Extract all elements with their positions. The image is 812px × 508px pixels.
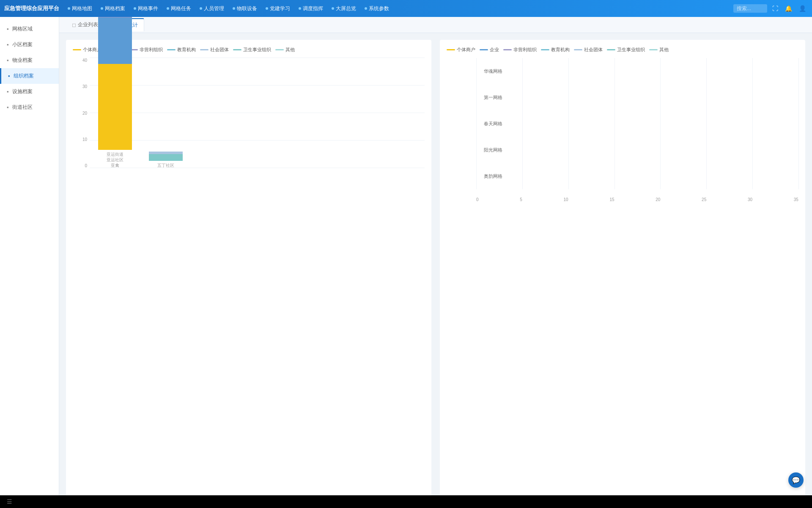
nav-item-8[interactable]: 大屏总览	[327, 0, 360, 17]
vbar-stack-1	[149, 152, 183, 161]
sidebar-item-0[interactable]: ▪网格区域	[0, 21, 59, 37]
hbar-x-label: 30	[748, 197, 752, 202]
vbar-chart: 010203040 亚运街道 亚运社区 亚禽五丁社区	[73, 58, 425, 185]
legend-item: 教育机构	[167, 47, 196, 53]
hbar-legend: 个体商户企业非营利组织教育机构社会团体卫生事业组织其他	[447, 47, 798, 53]
hbar-x-label: 35	[794, 197, 798, 202]
sidebar-label-0: 网格区域	[12, 25, 33, 33]
legend-item: 卫生事业组织	[233, 47, 271, 53]
sidebar-item-5[interactable]: ▪街道社区	[0, 99, 59, 115]
hbar-row-label: 阳光网格	[476, 147, 506, 153]
vbar-y-label: 40	[73, 58, 90, 63]
sidebar-icon-3: ▪	[8, 73, 10, 79]
vbar-y-axis: 010203040	[73, 58, 90, 168]
sidebar-label-4: 设施档案	[12, 88, 33, 95]
hbar-row-label: 奥韵网格	[476, 173, 506, 179]
vbar-group-1: 五丁社区	[149, 152, 183, 168]
main-content: ◻企业列表◈企业统计 个体商户企业非营利组织教育机构社会团体卫生事业组织其他 0…	[59, 17, 812, 508]
tabs-bar: ◻企业列表◈企业统计	[59, 17, 812, 33]
vbar-chart-container: 个体商户企业非营利组织教育机构社会团体卫生事业组织其他 010203040 亚运…	[66, 40, 431, 501]
hbar-x-label: 0	[476, 197, 479, 202]
vbar-x-label: 五丁社区	[157, 163, 174, 168]
fullscreen-icon[interactable]: ⛶	[771, 4, 780, 13]
nav-item-5[interactable]: 物联设备	[228, 0, 261, 17]
vbar-segment	[149, 154, 183, 161]
legend-item: 企业	[480, 47, 499, 53]
charts-area: 个体商户企业非营利组织教育机构社会团体卫生事业组织其他 010203040 亚运…	[59, 33, 812, 508]
search-input[interactable]	[733, 4, 767, 13]
sidebar: ▪网格区域▪小区档案▪物业档案▪组织档案▪设施档案▪街道社区	[0, 17, 59, 508]
sidebar-icon-4: ▪	[7, 88, 9, 95]
vbar-stack-0	[98, 17, 132, 150]
hbar-row-label: 春天网格	[476, 121, 506, 127]
sidebar-icon-0: ▪	[7, 26, 9, 32]
vbar-x-label: 亚运街道 亚运社区 亚禽	[107, 152, 123, 168]
legend-item: 其他	[649, 47, 669, 53]
nav-item-6[interactable]: 党建学习	[261, 0, 294, 17]
float-chat-button[interactable]: 💬	[788, 472, 804, 488]
brand-title: 应急管理综合应用平台	[4, 5, 59, 12]
hbar-row-label: 华魂网格	[476, 68, 506, 75]
legend-item: 个体商户	[73, 47, 102, 53]
vbar-y-label: 10	[73, 137, 90, 142]
legend-item: 教育机构	[541, 47, 570, 53]
sidebar-icon-5: ▪	[7, 104, 9, 110]
hbar-chart-container: 个体商户企业非营利组织教育机构社会团体卫生事业组织其他 华魂网格第一网格春天网格…	[440, 40, 805, 501]
bottom-bar: ☰	[0, 495, 812, 508]
hbar-chart: 华魂网格第一网格春天网格阳光网格奥韵网格 05101520253035	[447, 58, 798, 202]
hbar-x-label: 10	[564, 197, 568, 202]
sidebar-item-2[interactable]: ▪物业档案	[0, 52, 59, 68]
sidebar-label-2: 物业档案	[12, 57, 33, 64]
vbar-y-label: 0	[73, 163, 90, 168]
hbar-x-label: 5	[520, 197, 522, 202]
nav-item-0[interactable]: 网格地图	[63, 0, 96, 17]
hbar-row-2: 春天网格	[476, 118, 798, 130]
sidebar-label-5: 街道社区	[12, 104, 33, 111]
nav-item-7[interactable]: 调度指挥	[294, 0, 327, 17]
user-avatar[interactable]: 👤	[797, 4, 808, 13]
nav-item-9[interactable]: 系统参数	[360, 0, 393, 17]
legend-item: 其他	[275, 47, 295, 53]
nav-item-4[interactable]: 人员管理	[195, 0, 228, 17]
hbar-x-label: 25	[702, 197, 706, 202]
menu-icon[interactable]: ☰	[7, 498, 12, 505]
vbar-group-0: 亚运街道 亚运社区 亚禽	[98, 17, 132, 168]
legend-item: 个体商户	[447, 47, 475, 53]
legend-item: 社会团体	[200, 47, 229, 53]
hbar-row-0: 华魂网格	[476, 65, 798, 77]
hbar-row-1: 第一网格	[476, 91, 798, 103]
legend-item: 社会团体	[574, 47, 603, 53]
nav-item-2[interactable]: 网格事件	[129, 0, 162, 17]
vbar-segment	[98, 64, 132, 150]
nav-items: 网格地图网格档案网格事件网格任务人员管理物联设备党建学习调度指挥大屏总览系统参数	[63, 0, 733, 17]
tab-label-0: 企业列表	[78, 21, 98, 28]
sidebar-item-3[interactable]: ▪组织档案	[0, 68, 59, 84]
hbar-rows: 华魂网格第一网格春天网格阳光网格奥韵网格	[476, 58, 798, 189]
sidebar-label-3: 组织档案	[14, 72, 34, 80]
legend-item: 卫生事业组织	[607, 47, 645, 53]
nav-right: ⛶ 🔔 👤	[733, 4, 808, 13]
chat-icon: 💬	[792, 476, 800, 484]
sidebar-item-4[interactable]: ▪设施档案	[0, 84, 59, 99]
hbar-x-label: 15	[609, 197, 614, 202]
hbar-x-label: 20	[656, 197, 660, 202]
vbar-y-label: 20	[73, 111, 90, 116]
sidebar-icon-1: ▪	[7, 41, 9, 48]
vbar-segment	[98, 17, 132, 64]
nav-item-1[interactable]: 网格档案	[96, 0, 129, 17]
notification-icon[interactable]: 🔔	[783, 4, 794, 13]
main-layout: ▪网格区域▪小区档案▪物业档案▪组织档案▪设施档案▪街道社区 ◻企业列表◈企业统…	[0, 17, 812, 508]
hbar-row-4: 奥韵网格	[476, 170, 798, 182]
legend-item: 非营利组织	[129, 47, 163, 53]
sidebar-label-1: 小区档案	[12, 41, 33, 48]
nav-item-3[interactable]: 网格任务	[162, 0, 195, 17]
sidebar-item-1[interactable]: ▪小区档案	[0, 37, 59, 52]
hbar-row-label: 第一网格	[476, 94, 506, 101]
legend-item: 非营利组织	[503, 47, 537, 53]
hbar-row-3: 阳光网格	[476, 144, 798, 156]
sidebar-icon-2: ▪	[7, 57, 9, 64]
vbar-bars-area: 亚运街道 亚运社区 亚禽五丁社区	[90, 75, 425, 168]
hbar-x-axis: 05101520253035	[476, 189, 798, 202]
top-navigation: 应急管理综合应用平台 网格地图网格档案网格事件网格任务人员管理物联设备党建学习调…	[0, 0, 812, 17]
tab-icon-0: ◻	[72, 22, 76, 28]
